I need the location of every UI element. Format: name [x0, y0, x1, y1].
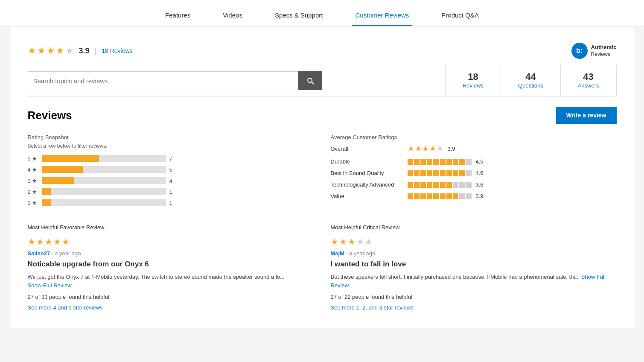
nav-features[interactable]: Features: [162, 12, 194, 26]
avg-ratings-title: Average Customer Ratings: [331, 134, 617, 140]
nav-customer-reviews[interactable]: Customer Reviews: [352, 12, 412, 26]
bar-track-3: [42, 177, 166, 184]
seg-v-7: [446, 193, 452, 199]
seg-d-6: [440, 159, 446, 165]
nav-videos[interactable]: Videos: [219, 12, 246, 26]
avg-label-tech: Technologically Advanced: [331, 181, 403, 188]
avg-label-overall: Overall: [331, 146, 403, 152]
seg-v-2: [414, 193, 420, 199]
seg-t-10: [466, 182, 471, 188]
stat-questions[interactable]: 44 Questions: [501, 65, 561, 96]
reviews-title: Reviews: [28, 109, 72, 122]
seg-s-7: [446, 170, 452, 176]
nav-product-qa[interactable]: Product Q&A: [438, 12, 482, 26]
bar-fill-4: [42, 166, 83, 173]
rating-number: 3.9: [79, 47, 90, 55]
favorable-reviewer-name: Sallen27: [28, 250, 50, 257]
bar-label-5: 5 ★: [28, 155, 39, 162]
seg-s-9: [459, 170, 465, 176]
rating-bars: 5 ★ 7 4 ★ 5 3 ★: [28, 155, 314, 206]
search-icon: [306, 76, 315, 85]
bar-fill-3: [42, 177, 74, 184]
avg-label-sound: Best in Sound Quality: [331, 170, 403, 176]
overall-star-2: ★: [415, 144, 422, 153]
col-right: Average Customer Ratings Overall ★ ★ ★ ★…: [331, 134, 617, 210]
stats-section: 18 Reviews 44 Questions 43 Answers: [445, 65, 617, 96]
reviews-header: Reviews Write a review: [28, 107, 617, 124]
bar-row-2[interactable]: 2 ★ 1: [28, 188, 314, 195]
seg-d-10: [466, 159, 471, 165]
seg-t-3: [420, 182, 426, 188]
avg-row-overall: Overall ★ ★ ★ ★ ★ 3.9: [331, 144, 617, 153]
col-left: Rating Snapshot Select a row below to fi…: [28, 134, 314, 210]
search-box: [28, 71, 322, 90]
bar-label-3: 3 ★: [28, 178, 39, 184]
bar-row-5[interactable]: 5 ★ 7: [28, 155, 314, 162]
bar-label-1: 1 ★: [28, 200, 39, 206]
critical-review-title: I wanted to fall in love: [331, 260, 617, 269]
crit-star-2: ★: [339, 236, 347, 247]
bar-fill-5: [42, 155, 99, 162]
critical-helpful-count: 17 of 22 people found this helpful: [331, 294, 617, 300]
bar-row-1[interactable]: 1 ★ 1: [28, 199, 314, 206]
avg-number-tech: 3.6: [476, 181, 486, 188]
star-1: ★: [28, 45, 36, 56]
star-5: ★: [65, 45, 74, 56]
overall-star-3: ★: [422, 144, 429, 153]
fav-star-4: ★: [53, 236, 61, 247]
critical-review-col: Most Helpful Critical Review ★ ★ ★ ★ ★ M…: [331, 224, 617, 311]
bar-label-4: 4 ★: [28, 166, 39, 173]
seg-v-6: [440, 193, 446, 199]
reviews-count-link[interactable]: 18 Reviews: [102, 47, 132, 54]
rating-stars: ★ ★ ★ ★ ★: [28, 45, 74, 56]
critical-reviewer-info: MajM · a year ago: [331, 250, 617, 257]
avg-number-durable: 4.5: [476, 158, 486, 165]
reviews-stat-label: Reviews: [463, 82, 484, 89]
seg-t-8: [453, 182, 458, 188]
favorable-see-more-link[interactable]: See more 4 and 5 star reviews: [28, 304, 314, 311]
star-3: ★: [47, 45, 55, 56]
seg-s-2: [414, 170, 420, 176]
overall-star-1: ★: [408, 144, 414, 153]
bar-count-4: 5: [169, 166, 176, 173]
search-input[interactable]: [28, 71, 298, 90]
seg-t-6: [440, 182, 446, 188]
fav-star-5: ★: [62, 236, 70, 247]
favorable-review-stars: ★ ★ ★ ★ ★: [28, 236, 314, 247]
bar-count-3: 4: [169, 178, 176, 184]
page-content: ★ ★ ★ ★ ★ 3.9 | 18 Reviews b: Authentic …: [11, 26, 634, 328]
stat-reviews[interactable]: 18 Reviews: [446, 65, 501, 96]
crit-star-4: ★: [356, 236, 364, 247]
fav-star-1: ★: [28, 236, 35, 247]
avg-bar-tech: [408, 182, 472, 188]
write-review-button[interactable]: Write a review: [556, 107, 617, 124]
snapshot-hint: Select a row below to filter reviews.: [28, 143, 314, 149]
rating-header-left: ★ ★ ★ ★ ★ 3.9 | 18 Reviews: [28, 45, 133, 56]
critical-review-label: Most Helpful Critical Review: [331, 224, 617, 231]
avg-row-tech: Technologically Advanced 3.6: [331, 181, 617, 188]
stat-answers[interactable]: 43 Answers: [561, 65, 617, 96]
seg-v-5: [433, 193, 439, 199]
bar-row-3[interactable]: 3 ★ 4: [28, 177, 314, 184]
seg-d-1: [408, 159, 413, 165]
favorable-show-full-link[interactable]: Show Full Review: [28, 282, 72, 289]
search-button[interactable]: [298, 71, 322, 90]
fav-star-3: ★: [45, 236, 52, 247]
overall-star-5: ★: [437, 144, 443, 153]
avg-ratings: Overall ★ ★ ★ ★ ★ 3.9 Durable: [331, 144, 617, 199]
authentic-icon: b:: [571, 43, 588, 59]
bar-fill-1: [42, 199, 51, 206]
nav-specs-support[interactable]: Specs & Support: [271, 12, 326, 26]
questions-stat-number: 44: [518, 71, 543, 82]
seg-s-8: [453, 170, 458, 176]
seg-v-9: [459, 193, 465, 199]
seg-s-4: [427, 170, 432, 176]
answers-stat-number: 43: [578, 71, 599, 82]
seg-t-7: [446, 182, 452, 188]
rating-divider: |: [95, 47, 97, 55]
seg-t-1: [408, 182, 413, 188]
seg-t-4: [427, 182, 432, 188]
seg-v-10: [466, 193, 471, 199]
bar-row-4[interactable]: 4 ★ 5: [28, 166, 314, 173]
critical-see-more-link[interactable]: See more 1, 2, and 3 star reviews: [331, 304, 617, 311]
